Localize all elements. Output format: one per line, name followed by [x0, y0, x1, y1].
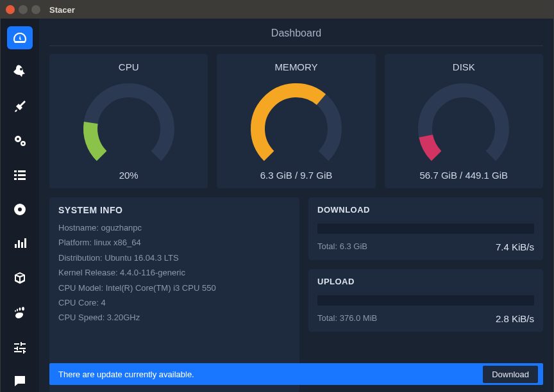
titlebar: Stacer	[1, 1, 553, 19]
sidebar-item-cleaner[interactable]	[7, 95, 33, 118]
upload-rate: 2.8 KiB/s	[496, 313, 534, 324]
sidebar-item-startup[interactable]	[7, 61, 33, 84]
download-card: DOWNLOAD Total: 6.3 GiB 7.4 KiB/s	[308, 197, 543, 260]
cpu-gauge	[71, 78, 187, 167]
window-maximize-button[interactable]	[31, 5, 40, 14]
system-info-title: SYSTEM INFO	[58, 205, 290, 215]
download-bar	[317, 224, 534, 234]
sysinfo-cpumodel: CPU Model: Intel(R) Core(TM) i3 CPU 550	[58, 281, 290, 295]
sidebar-item-uninstaller[interactable]	[7, 198, 33, 221]
download-title: DOWNLOAD	[317, 205, 534, 215]
disk-gauge	[406, 78, 521, 167]
window-title: Stacer	[49, 5, 75, 15]
sliders-icon	[12, 339, 28, 355]
sysinfo-cpucore: CPU Core: 4	[58, 295, 290, 310]
gnome-icon	[12, 305, 28, 320]
gauges-row: CPU 20% MEMORY 6.3 GiB / 9.7 GiB DISK 56…	[49, 54, 543, 188]
broom-icon	[12, 99, 28, 114]
memory-card: MEMORY 6.3 GiB / 9.7 GiB	[217, 54, 375, 188]
upload-bar	[317, 295, 534, 306]
sysinfo-hostname: Hostname: oguzhanpc	[58, 220, 290, 235]
disk-value: 56.7 GiB / 449.1 GiB	[420, 170, 508, 181]
disk-card: DISK 56.7 GiB / 449.1 GiB	[385, 54, 543, 188]
sidebar-item-packages[interactable]	[7, 266, 33, 290]
disk-title: DISK	[453, 61, 475, 72]
memory-gauge	[239, 78, 354, 167]
sysinfo-distribution: Distribution: Ubuntu 16.04.3 LTS	[58, 250, 290, 265]
sysinfo-platform: Platform: linux x86_64	[58, 235, 290, 250]
sidebar-item-processes[interactable]	[7, 164, 33, 187]
sidebar-item-feedback[interactable]	[7, 370, 33, 392]
sysinfo-cpuspeed: CPU Speed: 3.20GHz	[58, 310, 290, 325]
download-total: Total: 6.3 GiB	[317, 241, 367, 252]
update-bar: There are update currently available. Do…	[49, 363, 543, 385]
sidebar-item-resources[interactable]	[7, 233, 33, 256]
disc-icon	[12, 202, 28, 217]
upload-title: UPLOAD	[317, 277, 534, 286]
sidebar-item-dashboard[interactable]	[7, 26, 33, 49]
memory-title: MEMORY	[274, 61, 317, 72]
message-icon	[12, 373, 28, 389]
package-icon	[12, 270, 28, 286]
window-minimize-button[interactable]	[19, 5, 28, 14]
memory-value: 6.3 GiB / 9.7 GiB	[260, 170, 333, 181]
sysinfo-kernel: Kernel Release: 4.4.0-116-generic	[58, 265, 290, 280]
sidebar-item-settings[interactable]	[7, 336, 33, 359]
window-close-button[interactable]	[6, 5, 15, 14]
gears-icon	[12, 133, 28, 149]
upload-card: UPLOAD Total: 376.0 MiB 2.8 KiB/s	[308, 269, 543, 332]
sidebar-item-services[interactable]	[7, 129, 33, 152]
sidebar-item-gnome[interactable]	[7, 301, 33, 324]
gauge-icon	[12, 30, 28, 45]
rocket-icon	[12, 64, 28, 79]
update-message: There are update currently available.	[58, 370, 194, 379]
download-button[interactable]: Download	[483, 366, 538, 383]
sidebar	[1, 19, 39, 392]
bar-chart-icon	[12, 236, 28, 252]
download-rate: 7.4 KiB/s	[496, 241, 534, 252]
list-icon	[12, 167, 28, 183]
page-title: Dashboard	[49, 28, 543, 46]
cpu-value: 20%	[119, 170, 138, 181]
upload-total: Total: 376.0 MiB	[317, 313, 377, 324]
cpu-title: CPU	[119, 61, 139, 72]
cpu-card: CPU 20%	[49, 54, 208, 188]
